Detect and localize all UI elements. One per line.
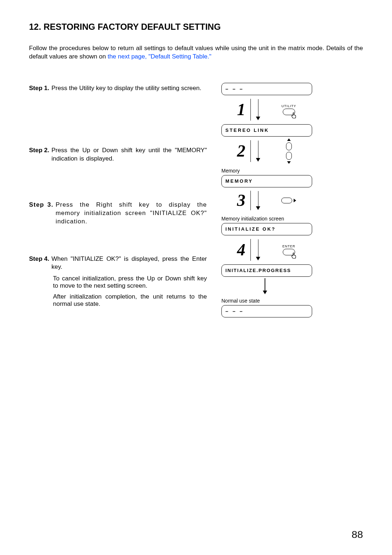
enter-key-icon: [283, 249, 295, 255]
step-4: Step 4. When "INITIALIZE OK?" is display…: [29, 255, 207, 308]
step-4-label: Step 4.: [29, 255, 52, 272]
step-3-label: Step 3.: [29, 201, 56, 226]
arrow-down-icon: [251, 141, 265, 162]
diagram-column: – – – 1 UTILITY ST: [218, 83, 312, 317]
lcd-initialize-progress-text: INITIALIZE.PROGRESS: [225, 268, 291, 273]
lcd-memory-text: MEMORY: [225, 178, 253, 184]
utility-key-icon: [283, 109, 295, 115]
enter-button-icon: ENTER: [265, 244, 312, 255]
triangle-right-icon: [294, 199, 296, 202]
step-4-sub1: To cancel initialization, press the Up o…: [53, 275, 207, 289]
arrow-down-icon: [263, 278, 267, 294]
step-2-label: Step 2.: [29, 146, 52, 163]
lcd-initial: – – –: [221, 83, 312, 95]
lcd-stereo-link: STEREO LINK: [221, 124, 312, 137]
steps-column: Step 1. Press the Utility key to display…: [29, 83, 207, 308]
down-key-icon: [286, 152, 292, 160]
intro-paragraph: Follow the procedures below to return al…: [29, 44, 363, 61]
right-key-icon: [281, 198, 292, 203]
lcd-memory: MEMORY: [221, 175, 312, 187]
lcd-normal-text: – – –: [225, 308, 244, 314]
normal-use-caption: Normal use state: [221, 298, 312, 304]
stage-1: 1 UTILITY: [221, 95, 312, 124]
section-title: 12. RESTORING FACTORY DEFAULT SETTING: [29, 22, 363, 32]
triangle-down-icon: [287, 161, 291, 164]
pointer-hand-icon: [290, 111, 298, 119]
stage-4-number: 4: [221, 240, 250, 259]
lcd-initialize-ok-text: INITIALIZE OK?: [225, 226, 276, 232]
lcd-normal: – – –: [221, 305, 312, 317]
stage-3-number: 3: [221, 191, 250, 210]
stage-1-number: 1: [221, 100, 250, 119]
mem-init-caption: Memory initialization screen: [221, 216, 312, 222]
arrow-down-icon: [251, 191, 265, 210]
step-2-text: Press the Up or Down shift key until the…: [52, 146, 207, 163]
stage-4: 4 ENTER: [221, 235, 312, 264]
arrow-down-icon: [251, 239, 265, 260]
triangle-up-icon: [287, 138, 291, 141]
lcd-initialize-ok: INITIALIZE OK?: [221, 223, 312, 235]
step-4-text: When "INITIALIZE OK?" is displayed, pres…: [52, 255, 207, 272]
right-key-icon-group: [265, 198, 312, 203]
memory-caption: Memory: [221, 168, 312, 174]
lcd-initial-text: – – –: [225, 86, 244, 92]
step-1-label: Step 1.: [29, 84, 52, 93]
utility-button-icon: UTILITY: [265, 104, 312, 115]
default-setting-table-link[interactable]: the next page, "Default Setting Table.": [107, 53, 211, 60]
up-key-icon: [286, 142, 292, 150]
step-1: Step 1. Press the Utility key to display…: [29, 84, 207, 93]
step-4-sub2: After initialization completion, the uni…: [53, 293, 207, 308]
stage-2: 2: [221, 137, 312, 166]
lcd-stereo-link-text: STEREO LINK: [225, 127, 269, 133]
utility-label: UTILITY: [281, 104, 296, 108]
step-1-text: Press the Utility key to display the uti…: [52, 84, 207, 93]
stage-2-number: 2: [221, 141, 250, 161]
page-number: 88: [352, 529, 363, 540]
up-down-keys-icon: [265, 138, 312, 164]
arrow-down-icon: [251, 99, 265, 120]
enter-label: ENTER: [282, 244, 295, 248]
stage-3: 3: [221, 187, 312, 214]
pointer-hand-icon: [290, 251, 298, 259]
step-3: Step 3. Press the Right shift key to dis…: [29, 201, 207, 226]
lcd-initialize-progress: INITIALIZE.PROGRESS: [221, 264, 312, 277]
step-3-text: Press the Right shift key to display the…: [56, 201, 207, 226]
step-2: Step 2. Press the Up or Down shift key u…: [29, 146, 207, 163]
